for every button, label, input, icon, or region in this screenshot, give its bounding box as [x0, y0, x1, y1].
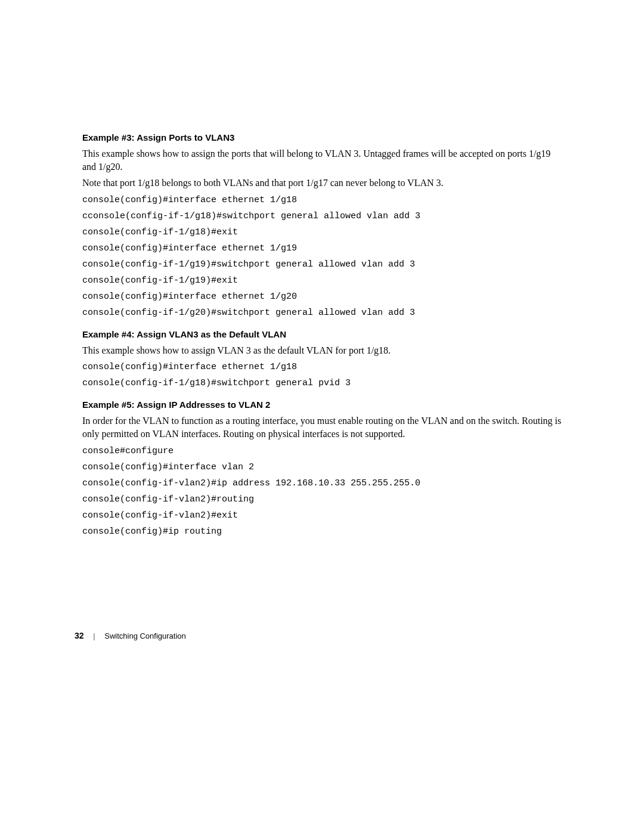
footer-separator: |: [93, 631, 95, 640]
para-example-3-1: This example shows how to assign the por…: [82, 147, 565, 173]
page-footer: 32 | Switching Configuration: [75, 631, 186, 640]
section-example-3: Example #3: Assign Ports to VLAN3 This e…: [82, 132, 565, 317]
code-line: console(config-if-vlan2)#exit: [82, 511, 565, 520]
code-line: console(config-if-1/g19)#switchport gene…: [82, 260, 565, 269]
code-line: cconsole(config-if-1/g18)#switchport gen…: [82, 212, 565, 221]
code-line: console(config)#interface ethernet 1/g18: [82, 363, 565, 371]
heading-example-3: Example #3: Assign Ports to VLAN3: [82, 132, 565, 143]
para-example-4-1: This example shows how to assign VLAN 3 …: [82, 344, 565, 357]
para-example-3-2: Note that port 1/g18 belongs to both VLA…: [82, 176, 565, 190]
heading-example-4: Example #4: Assign VLAN3 as the Default …: [82, 329, 565, 339]
code-line: console(config)#interface ethernet 1/g18: [82, 196, 565, 205]
code-line: console(config-if-vlan2)#ip address 192.…: [82, 479, 565, 488]
code-line: console(config)#interface vlan 2: [82, 463, 565, 472]
code-line: console(config-if-1/g20)#switchport gene…: [82, 308, 565, 317]
code-line: console(config)#ip routing: [82, 527, 565, 536]
code-line: console(config)#interface ethernet 1/g20: [82, 292, 565, 301]
page-number: 32: [75, 631, 84, 640]
code-line: console(config-if-1/g19)#exit: [82, 276, 565, 285]
heading-example-5: Example #5: Assign IP Addresses to VLAN …: [82, 400, 565, 410]
page-content: Example #3: Assign Ports to VLAN3 This e…: [82, 132, 565, 543]
code-line: console(config)#interface ethernet 1/g19: [82, 244, 565, 253]
section-example-4: Example #4: Assign VLAN3 as the Default …: [82, 329, 565, 388]
para-example-5-1: In order for the VLAN to function as a r…: [82, 414, 565, 440]
code-line: console(config-if-1/g18)#switchport gene…: [82, 379, 565, 388]
code-line: console(config-if-vlan2)#routing: [82, 495, 565, 504]
code-line: console#configure: [82, 447, 565, 456]
section-example-5: Example #5: Assign IP Addresses to VLAN …: [82, 400, 565, 535]
code-line: console(config-if-1/g18)#exit: [82, 228, 565, 237]
footer-title: Switching Configuration: [104, 631, 186, 640]
